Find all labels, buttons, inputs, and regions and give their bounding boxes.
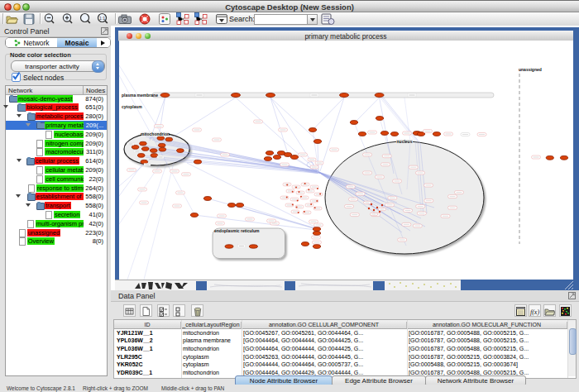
svg-text:endoplasmic reticulum: endoplasmic reticulum xyxy=(214,228,260,233)
svg-text:nucleus: nucleus xyxy=(397,139,413,144)
svg-text:plasma membrane: plasma membrane xyxy=(122,93,158,98)
svg-text:mitochondrion: mitochondrion xyxy=(141,131,170,136)
svg-text:1:1: 1:1 xyxy=(99,16,105,21)
svg-text:unassigned: unassigned xyxy=(519,67,542,72)
svg-text:f(x): f(x) xyxy=(530,308,539,315)
svg-text:cytoplasm: cytoplasm xyxy=(122,104,142,109)
